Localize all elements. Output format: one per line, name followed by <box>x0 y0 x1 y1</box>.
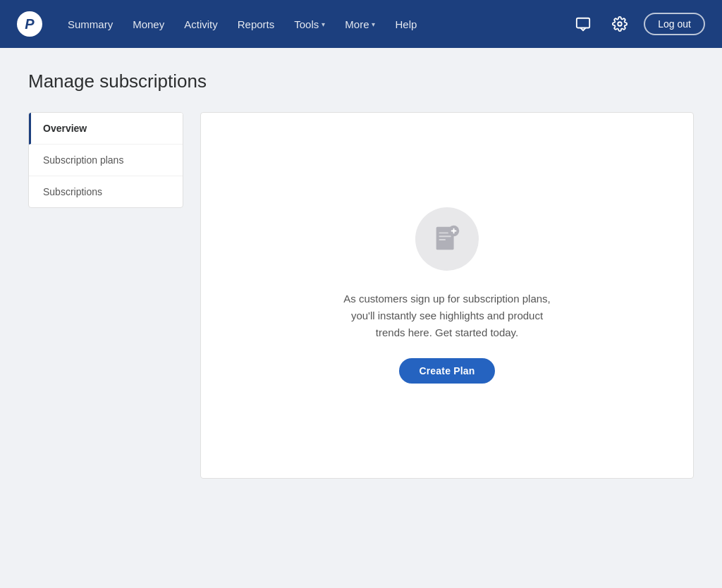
gear-icon <box>612 16 628 32</box>
nav-money[interactable]: Money <box>124 13 173 36</box>
tools-chevron-icon: ▾ <box>322 20 325 28</box>
sidebar: Overview Subscription plans Subscription… <box>28 112 183 208</box>
nav-summary[interactable]: Summary <box>59 13 121 36</box>
nav-activity[interactable]: Activity <box>176 13 226 36</box>
svg-rect-0 <box>577 18 589 28</box>
paypal-logo: P <box>17 11 42 37</box>
message-icon-button[interactable] <box>570 11 596 37</box>
page-title: Manage subscriptions <box>28 71 694 92</box>
navbar-right: Log out <box>570 11 705 37</box>
main-content: Manage subscriptions Overview Subscripti… <box>0 48 722 501</box>
empty-state: As customers sign up for subscription pl… <box>313 165 581 426</box>
svg-rect-4 <box>439 235 451 237</box>
settings-icon-button[interactable] <box>607 11 632 37</box>
page-frame: P Summary Money Activity Reports Tools ▾… <box>0 0 722 588</box>
nav-tools[interactable]: Tools ▾ <box>286 13 334 36</box>
subscription-icon <box>431 223 463 255</box>
sidebar-item-subscription-plans[interactable]: Subscription plans <box>29 145 183 176</box>
content-panel: As customers sign up for subscription pl… <box>200 112 694 479</box>
sidebar-item-overview[interactable]: Overview <box>29 113 183 145</box>
navbar: P Summary Money Activity Reports Tools ▾… <box>0 0 722 48</box>
nav-reports[interactable]: Reports <box>229 13 283 36</box>
nav-links: Summary Money Activity Reports Tools ▾ M… <box>59 13 570 36</box>
more-chevron-icon: ▾ <box>372 20 375 28</box>
nav-more[interactable]: More ▾ <box>336 13 384 36</box>
svg-rect-3 <box>439 232 448 233</box>
empty-state-text: As customers sign up for subscription pl… <box>341 290 553 341</box>
message-icon <box>575 16 591 32</box>
logout-button[interactable]: Log out <box>644 13 705 35</box>
svg-rect-8 <box>453 228 455 234</box>
svg-rect-5 <box>439 239 446 240</box>
nav-help[interactable]: Help <box>386 13 425 36</box>
empty-state-icon <box>415 207 479 271</box>
content-layout: Overview Subscription plans Subscription… <box>28 112 694 479</box>
sidebar-item-subscriptions[interactable]: Subscriptions <box>29 176 183 207</box>
svg-point-1 <box>618 22 623 26</box>
create-plan-button[interactable]: Create Plan <box>399 358 494 384</box>
